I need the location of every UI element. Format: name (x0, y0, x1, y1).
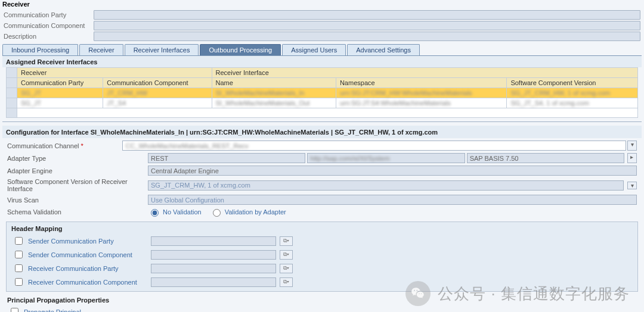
picker-icon[interactable]: ⧉▾ (280, 236, 293, 246)
picker-icon[interactable]: ⧉▾ (280, 264, 293, 273)
col-super-receiver: Receiver (17, 68, 212, 78)
tab-outbound-processing[interactable]: Outbound Processing (200, 44, 281, 55)
field-adapter-engine: Central Adapter Engine (148, 166, 637, 176)
input-comm-comp[interactable] (94, 21, 640, 30)
field-adapter-type-ns: http://sap.com/xi/XI/System (307, 153, 465, 163)
cell-comp: JT_CRM_HW (107, 89, 147, 96)
col-comm-comp[interactable]: Communication Component (103, 78, 212, 88)
cell-party: SG_JT (21, 89, 41, 96)
input-description[interactable] (94, 32, 640, 41)
principal-title: Principal Propagation Properties (7, 295, 637, 305)
principal-propagation-group: Principal Propagation Properties Propaga… (2, 294, 642, 312)
table-row[interactable]: SG_JT JT_S4 SI_WholeMachineMaterials_Out… (7, 98, 638, 108)
receiver-title: Receiver (0, 0, 644, 10)
table-row[interactable]: SG_JT JT_CRM_HW SI_WholeMachineMaterials… (7, 88, 638, 98)
col-name[interactable]: Name (212, 78, 336, 88)
checkbox-propagate-principal[interactable] (11, 308, 18, 312)
label-schema-validation: Schema Validation (7, 208, 145, 216)
configuration-title: Configuration for Interface SI_WholeMach… (2, 126, 642, 138)
tab-inbound-processing[interactable]: Inbound Processing (2, 44, 78, 55)
label-comm-comp: Communication Component (4, 22, 90, 29)
field-adapter-type: REST (148, 153, 305, 163)
header-mapping-group: Header Mapping Sender Communication Part… (6, 221, 638, 292)
col-namespace[interactable]: Namespace (336, 78, 506, 88)
assigned-receiver-interfaces-title: Assigned Receiver Interfaces (2, 56, 642, 67)
f4-button[interactable]: ▾ (627, 182, 637, 189)
radio-label-by-adapter: Validation by Adapter (225, 208, 286, 216)
label-adapter-type: Adapter Type (7, 155, 145, 162)
label-swcv-receiver: Software Component Version of Receiver I… (7, 178, 145, 192)
input-receiver-party[interactable] (151, 264, 276, 273)
cell-name: SI_WholeMachineMaterials_Out (216, 99, 310, 107)
field-adapter-type-swcv: SAP BASIS 7.50 (467, 153, 624, 163)
cell-comp: JT_S4 (107, 99, 126, 107)
label-description: Description (4, 33, 90, 40)
cell-party: SG_JT (21, 99, 41, 107)
tab-assigned-users[interactable]: Assigned Users (282, 44, 346, 55)
col-swcv[interactable]: Software Component Version (507, 78, 638, 88)
label-propagate-principal: Propagate Principal (24, 308, 143, 313)
cell-swcv: SG_JT_S4, 1 of xcmg.com (510, 99, 589, 107)
col-rownum (7, 68, 17, 78)
tab-receiver-interfaces[interactable]: Receiver Interfaces (125, 44, 199, 55)
radio-label-no-validation: No Validation (163, 208, 202, 216)
label-comm-party: Communication Party (4, 11, 90, 18)
nav-icon[interactable]: ▸ (627, 153, 637, 163)
field-swcv-receiver: SG_JT_CRM_HW, 1 of xcmg.com (148, 180, 624, 191)
input-receiver-comp[interactable] (151, 277, 276, 287)
col-super-interface: Receiver Interface (212, 68, 637, 78)
receiver-interfaces-grid: Receiver Receiver Interface Communicatio… (6, 67, 638, 118)
checkbox-receiver-party[interactable] (15, 264, 23, 272)
radio-no-validation[interactable] (151, 209, 159, 217)
col-comm-party[interactable]: Communication Party (17, 78, 103, 88)
radio-validation-by-adapter[interactable] (213, 209, 221, 217)
input-comm-channel[interactable]: CC_WholeMachineMaterials_REST_Recv (122, 141, 626, 151)
tab-strip: Inbound Processing Receiver Receiver Int… (2, 44, 642, 55)
label-comm-channel: Communication Channel (7, 142, 120, 149)
radio-group-schema: No Validation Validation by Adapter (148, 207, 292, 217)
picker-icon[interactable]: ⧉▾ (280, 250, 293, 260)
checkbox-sender-comp[interactable] (15, 251, 23, 258)
checkbox-sender-party[interactable] (15, 237, 23, 245)
cell-swcv: SG_JT_CRM_HW, 1 of xcmg.com (510, 89, 610, 96)
picker-icon[interactable]: ⧉▾ (280, 277, 293, 287)
label-virus-scan: Virus Scan (7, 196, 145, 204)
header-mapping-title: Header Mapping (7, 223, 637, 234)
input-comm-party[interactable] (94, 10, 640, 20)
cell-ns: urn:SG:JT:S4:WholeMachineMaterials (340, 99, 451, 107)
tab-receiver[interactable]: Receiver (79, 44, 123, 55)
input-sender-comp[interactable] (151, 250, 276, 260)
label-adapter-engine: Adapter Engine (7, 167, 145, 174)
configuration-panel: Communication Channel CC_WholeMachineMat… (2, 138, 642, 219)
cell-name: SI_WholeMachineMaterials_In (216, 89, 305, 96)
tab-advanced-settings[interactable]: Advanced Settings (347, 44, 420, 55)
checkbox-receiver-comp[interactable] (15, 278, 23, 286)
label-receiver-comp: Receiver Communication Component (28, 279, 147, 286)
label-sender-comp: Sender Communication Component (28, 251, 147, 258)
receiver-section: Receiver Communication Party Communicati… (0, 0, 644, 42)
f4-button[interactable]: ▾ (627, 141, 637, 151)
label-sender-party: Sender Communication Party (28, 238, 147, 245)
dropdown-virus-scan[interactable]: Use Global Configuration (148, 195, 637, 205)
label-receiver-party: Receiver Communication Party (28, 265, 147, 272)
cell-ns: urn:SG:JT:CRM_HW:WholeMachineMaterials (340, 89, 472, 96)
input-sender-party[interactable] (151, 236, 276, 246)
